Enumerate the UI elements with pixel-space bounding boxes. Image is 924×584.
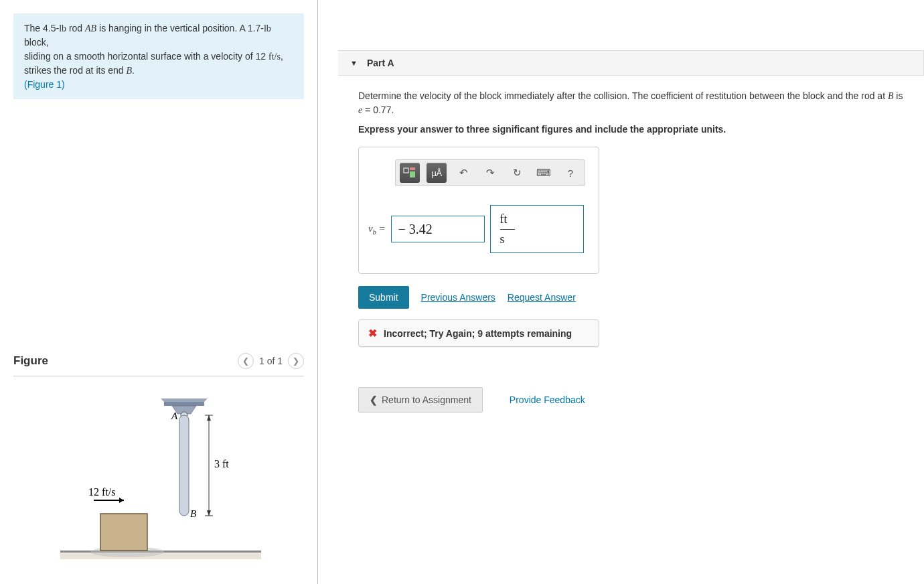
figure-image: 12 ft/s A B 3 ft [13,376,304,571]
equation-toolbar: µÅ ↶ ↷ ↻ ⌨ ? [395,159,585,186]
label-b: B [190,508,196,519]
text: strikes the rod at its end [24,65,127,76]
value-input[interactable]: − 3.42 [391,216,485,242]
svg-rect-3 [100,514,147,551]
unit: ft/s [268,52,281,62]
return-button[interactable]: ❮ Return to Assignment [358,387,483,413]
question-text: Determine the velocity of the block imme… [358,89,904,117]
text: block, [24,37,49,48]
text: , [281,51,283,62]
rod-name: AB [85,23,96,33]
point-name: B [127,66,133,76]
provide-feedback-link[interactable]: Provide Feedback [510,394,585,405]
return-label: Return to Assignment [382,394,471,405]
feedback-text: Incorrect; Try Again; 9 attempts remaini… [384,328,572,339]
units-button[interactable]: µÅ [427,163,447,183]
unit-numerator: ft [500,212,508,226]
svg-rect-6 [164,402,204,406]
svg-rect-17 [410,167,415,170]
unit: lb [59,23,66,33]
part-header[interactable]: ▼ Part A [338,50,924,76]
svg-marker-15 [207,510,211,516]
unit-denominator: s [500,232,505,246]
svg-marker-5 [119,498,124,503]
request-answer-link[interactable]: Request Answer [508,292,576,303]
instruction-text: Express your answer to three significant… [358,124,904,135]
problem-statement: The 4.5-lb rod AB is hanging in the vert… [13,13,304,99]
submit-button[interactable]: Submit [358,286,409,309]
svg-marker-14 [207,415,211,421]
length-label: 3 ft [214,458,229,469]
text: rod [66,23,85,33]
svg-marker-7 [161,398,208,402]
figure-prev-button[interactable]: ❮ [238,353,254,369]
feedback-box: ✖ Incorrect; Try Again; 9 attempts remai… [358,319,599,347]
answer-box: µÅ ↶ ↷ ↻ ⌨ ? vb = − 3.42 ft s [358,147,599,274]
text: The 4.5- [24,23,59,33]
collapse-icon: ▼ [350,59,358,67]
svg-rect-10 [179,415,189,516]
label-a: A [171,411,178,421]
figure-title: Figure [13,354,48,368]
unit-input[interactable]: ft s [490,205,584,253]
keyboard-button[interactable]: ⌨ [534,163,554,183]
templates-button[interactable] [400,163,420,183]
svg-rect-16 [404,168,408,173]
figure-next-button[interactable]: ❯ [288,353,304,369]
fraction-line [500,229,515,230]
text: sliding on a smooth horizontal surface w… [24,51,268,62]
velocity-label: 12 ft/s [88,486,115,498]
figure-pager: 1 of 1 [259,356,283,366]
previous-answers-link[interactable]: Previous Answers [421,292,495,303]
help-button[interactable]: ? [560,163,581,183]
text: is hanging in the vertical position. A 1… [96,23,264,33]
incorrect-icon: ✖ [368,327,377,340]
redo-button[interactable]: ↷ [480,163,500,183]
text: . [132,65,135,76]
unit: lb [264,23,271,33]
svg-rect-18 [410,171,415,177]
chevron-left-icon: ❮ [370,394,378,405]
undo-button[interactable]: ↶ [453,163,473,183]
figure-link[interactable]: (Figure 1) [24,79,65,90]
answer-variable: vb = [368,223,386,236]
part-title: Part A [367,58,394,68]
reset-button[interactable]: ↻ [507,163,527,183]
